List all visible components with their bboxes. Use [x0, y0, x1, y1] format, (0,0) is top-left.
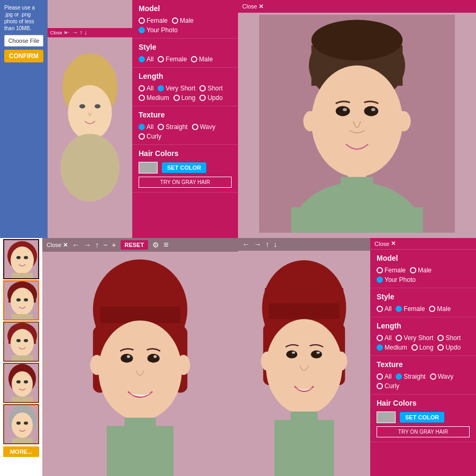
br-length-vshort[interactable]: Very Short [396, 334, 433, 342]
thumbnail-4[interactable] [3, 363, 39, 403]
br-try-gray-button[interactable]: TRY ON GRAY HAIR [377, 426, 470, 437]
br-close-button[interactable]: Close ✕ [374, 240, 396, 247]
tl-length-updo-radio[interactable] [199, 95, 206, 101]
tl-model-yourphoto-radio[interactable] [139, 27, 145, 33]
thumbnail-5[interactable] [3, 404, 39, 444]
tl-texture-wavy[interactable]: Wavy [192, 123, 216, 131]
br-style-male-radio[interactable] [429, 306, 435, 312]
tl-texture-all[interactable]: All [139, 123, 153, 131]
br-length-vshort-radio[interactable] [396, 335, 402, 341]
br-arrow-right[interactable]: → [254, 240, 261, 249]
br-model-male-radio[interactable] [410, 267, 416, 273]
bl-arrow-left[interactable]: ← [72, 241, 79, 249]
tl-length-all-radio[interactable] [139, 85, 145, 91]
tl-length-medium[interactable]: Medium [139, 94, 169, 102]
choose-file-button[interactable]: Choose File [4, 35, 43, 47]
br-arrow-left[interactable]: ← [242, 240, 250, 249]
tr-close-button[interactable]: Close ✕ [242, 3, 263, 10]
tl-style-all-radio[interactable] [139, 56, 145, 62]
tl-set-color-button[interactable]: SET COLOR [162, 162, 206, 173]
tl-model-yourphoto[interactable]: Your Photo [139, 26, 178, 34]
br-length-medium[interactable]: Medium [377, 344, 407, 351]
tl-try-gray-button[interactable]: TRY ON GRAY HAIR [139, 177, 232, 188]
br-texture-straight[interactable]: Straight [396, 373, 425, 380]
br-texture-wavy-radio[interactable] [430, 373, 436, 380]
br-style-section: Style All Female Male [370, 288, 476, 317]
thumbnail-1[interactable] [3, 239, 39, 279]
tl-texture-curly[interactable]: Curly [139, 133, 161, 140]
tl-length-long-radio[interactable] [173, 95, 180, 101]
br-length-short[interactable]: Short [437, 334, 461, 342]
tl-color-swatch[interactable] [139, 162, 158, 173]
thumbnail-3[interactable] [3, 322, 39, 362]
br-model-female-radio[interactable] [377, 267, 383, 273]
br-style-female[interactable]: Female [396, 305, 425, 313]
bl-arrow-right[interactable]: → [84, 241, 91, 249]
tr-topbar: Close ✕ [238, 0, 476, 13]
br-length-long[interactable]: Long [411, 344, 434, 351]
bl-reset-button[interactable]: RESET [121, 240, 149, 250]
tl-style-male[interactable]: Male [191, 56, 213, 63]
br-texture-curly-radio[interactable] [377, 383, 383, 389]
svg-point-84 [311, 351, 322, 359]
br-length-long-radio[interactable] [411, 344, 418, 351]
tl-model-female-radio[interactable] [139, 17, 145, 24]
br-texture-curly[interactable]: Curly [377, 382, 399, 390]
tl-length-all[interactable]: All [139, 85, 153, 92]
br-style-female-radio[interactable] [396, 306, 402, 312]
tl-style-female[interactable]: Female [158, 56, 187, 63]
br-length-medium-radio[interactable] [377, 344, 383, 351]
tl-length-updo[interactable]: Updo [199, 94, 223, 102]
tl-texture-all-radio[interactable] [139, 124, 145, 130]
tl-length-medium-radio[interactable] [139, 95, 145, 101]
tl-style-all[interactable]: All [139, 56, 153, 63]
br-model-yourphoto-radio[interactable] [377, 277, 383, 283]
tl-texture-wavy-radio[interactable] [192, 124, 198, 130]
br-texture-straight-radio[interactable] [396, 373, 402, 380]
tl-length-long[interactable]: Long [173, 94, 196, 102]
tl-length-short[interactable]: Short [199, 85, 223, 92]
bl-toolbar: Close ✕ ← → ↑ − + RESET ⚙ ≡ [42, 238, 238, 252]
br-set-color-button[interactable]: SET COLOR [400, 412, 444, 423]
bl-minus[interactable]: − [103, 241, 107, 249]
tl-length-vshort[interactable]: Very Short [158, 85, 195, 92]
br-color-swatch[interactable] [377, 411, 396, 423]
br-texture-wavy[interactable]: Wavy [430, 373, 454, 380]
br-style-all-radio[interactable] [377, 306, 383, 312]
tl-length-vshort-radio[interactable] [158, 85, 164, 91]
tl-style-female-radio[interactable] [158, 56, 164, 62]
tl-texture-straight[interactable]: Straight [158, 123, 187, 131]
svg-point-42 [11, 329, 34, 356]
svg-point-55 [16, 422, 21, 425]
bl-close-button[interactable]: Close ✕ [47, 242, 68, 249]
tl-texture-straight-radio[interactable] [158, 124, 164, 130]
br-arrow-up[interactable]: ↑ [266, 240, 269, 249]
confirm-button[interactable]: CONFIRM [4, 50, 43, 62]
br-length-updo[interactable]: Updo [437, 344, 461, 351]
svg-point-67 [121, 354, 133, 363]
br-style-all[interactable]: All [377, 305, 391, 313]
br-texture-all[interactable]: All [377, 373, 391, 380]
tl-texture-curly-radio[interactable] [139, 133, 145, 140]
settings-icon[interactable]: ⚙ [152, 241, 159, 249]
tl-model-male[interactable]: Male [172, 17, 194, 24]
br-texture-all-radio[interactable] [377, 373, 383, 380]
br-length-all-radio[interactable] [377, 335, 383, 341]
br-length-updo-radio[interactable] [437, 344, 444, 351]
br-model-male[interactable]: Male [410, 267, 432, 274]
more-button[interactable]: MORE... [3, 446, 39, 457]
br-length-all[interactable]: All [377, 334, 391, 342]
tl-style-male-radio[interactable] [191, 56, 197, 62]
thumbnail-2[interactable] [3, 280, 39, 321]
br-length-short-radio[interactable] [437, 335, 444, 341]
bl-arrow-up[interactable]: ↑ [95, 241, 99, 249]
tl-model-female[interactable]: Female [139, 17, 168, 24]
br-style-male[interactable]: Male [429, 305, 451, 313]
bl-plus[interactable]: + [112, 241, 116, 249]
tl-length-short-radio[interactable] [199, 85, 206, 91]
br-model-yourphoto[interactable]: Your Photo [377, 276, 416, 283]
tl-model-male-radio[interactable] [172, 17, 178, 24]
hamburger-icon[interactable]: ≡ [163, 240, 168, 250]
br-arrow-down[interactable]: ↓ [273, 240, 277, 249]
br-model-female[interactable]: Female [377, 267, 406, 274]
